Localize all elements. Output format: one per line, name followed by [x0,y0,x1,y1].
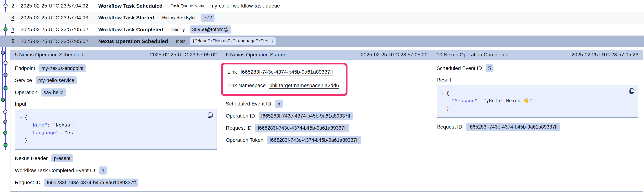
copy-icon[interactable] [207,112,214,119]
input-json-viewer: { "Name" : "Nexus", "Language" : "es" } [15,109,217,150]
endpoint-badge: my-nexus-endpoint [39,64,86,72]
timeline-dot [3,110,7,114]
chevron-down-icon[interactable] [440,91,446,95]
event-name: Nexus Operation Scheduled [98,38,168,44]
json-close-brace: } [24,137,28,145]
field-service: Service my-hello-service [15,76,217,85]
event-attr-label: History Size Bytes [162,15,196,20]
json-key: "Message" [452,97,478,105]
scheduled-event-id-badge: 5 [275,100,283,108]
timeline-dot [3,120,7,124]
event-id-link[interactable]: 5 [11,38,20,44]
request-id-badge: f665283f-743e-4374-b45b-9a61a89337ff [255,124,349,132]
field-label: Service [15,77,32,83]
event-timestamp: 2025-02-25 UTC 23:57:05.02 [20,26,98,32]
field-input: Input [15,101,217,107]
result-json-viewer: { "Message" : "¡Hola! Nexus 👋" } [436,85,638,118]
panel-header: 10 Nexus Operation Completed 2025-02-25 … [432,50,643,60]
field-label: Result [436,77,451,83]
event-row-5-selected[interactable]: 5 2025-02-25 UTC 23:57:05.02 Nexus Opera… [0,35,644,47]
operation-badge: say-hello [41,88,66,96]
event-timestamp: 2025-02-25 UTC 23:57:04.93 [20,15,98,21]
field-nexus-header: Nexus Header present [15,154,217,163]
event-id-link[interactable]: 4 [11,27,20,32]
json-value: : "¡Hola! Nexus 👋" [478,97,532,105]
workflow-history-view: 2 2025-02-25 UTC 23:57:04.92 Workflow Ta… [0,0,644,193]
field-request-id: Request ID f665283f-743e-4374-b45b-9a61a… [226,124,428,132]
panel-nexus-operation-scheduled: 5 Nexus Operation Scheduled 2025-02-25 U… [10,50,221,191]
event-timestamp: 2025-02-25 UTC 23:57:05.02 [20,38,98,44]
field-label: Operation [15,90,38,95]
event-attr-label: Input [176,39,186,44]
operation-id-badge: f665283f-743e-4374-b45b-9a61a89337ff [258,112,353,120]
panel-title: 6 Nexus Operation Started [226,52,286,58]
wtc-event-id-badge: 4 [99,167,107,175]
operation-token-badge: f665283f-743e-4374-b45b-9a61a89337ff [267,136,361,144]
panel-timestamp: 2025-02-25 UTC 23:57:05.20 [361,52,428,58]
timeline-dot [3,131,7,135]
event-row-3[interactable]: 3 2025-02-25 UTC 23:57:04.93 Workflow Ta… [0,12,644,24]
json-value: : "es" [59,129,76,137]
field-scheduled-event-id: Scheduled Event ID 5 [436,64,638,72]
panel-body: Scheduled Event ID 5 Result [432,60,643,135]
event-id-link[interactable]: 2 [11,3,20,9]
timeline-dot [4,61,8,65]
field-request-id: Request ID f665283f-743e-4374-b45b-9a61a… [15,178,217,187]
field-label: Endpoint [15,65,35,71]
field-label: Request ID [226,125,252,131]
panel-nexus-operation-completed: 10 Nexus Operation Completed 2025-02-25 … [432,50,643,191]
panel-header: 6 Nexus Operation Started 2025-02-25 UTC… [221,50,432,60]
panel-nexus-operation-started: 6 Nexus Operation Started 2025-02-25 UTC… [221,50,432,191]
timeline-dot [4,73,8,77]
field-label: Workflow Task Completed Event ID [15,168,95,174]
copy-icon[interactable] [628,88,635,95]
event-group-details: 5 Nexus Operation Scheduled 2025-02-25 U… [10,50,643,192]
request-id-badge: f665283f-743e-4374-b45b-9a61a89337ff [44,179,138,187]
field-label: Operation Token [226,137,263,143]
json-open-brace: { [446,90,449,97]
timeline-dot [4,143,8,147]
field-link: Link f665283f-743e-4374-b45b-9a61a89337f… [228,68,341,76]
field-result: Result [436,77,638,83]
event-timestamp: 2025-02-25 UTC 23:57:04.92 [20,3,98,9]
event-row-4[interactable]: 4 2025-02-25 UTC 23:57:05.02 Workflow Ta… [0,24,644,35]
field-request-id: Request ID f665283f-743e-4374-b45b-9a61a… [436,123,638,131]
json-open-brace: { [24,114,28,121]
event-name: Workflow Task Scheduled [98,3,163,9]
task-queue-link[interactable]: my-caller-workflow-task-queue [210,3,280,9]
field-endpoint: Endpoint my-nexus-endpoint [15,64,217,72]
field-label: Input [15,101,26,107]
panel-header: 5 Nexus Operation Scheduled 2025-02-25 U… [10,50,221,60]
nexus-link[interactable]: f665283f-743e-4374-b45b-9a61a89337ff [240,69,333,75]
panel-title: 10 Nexus Operation Completed [436,52,508,58]
event-row-2[interactable]: 2 2025-02-25 UTC 23:57:04.92 Workflow Ta… [0,0,644,12]
field-wtc-event-id: Workflow Task Completed Event ID 4 [15,166,217,175]
service-badge: my-hello-service [36,76,77,84]
field-label: Scheduled Event ID [226,101,271,107]
scheduled-event-id-badge: 5 [486,64,494,72]
event-attr-value-badge: 30960@totoro@ [190,25,231,33]
field-label: Link [228,69,237,75]
panel-title: 5 Nexus Operation Scheduled [15,52,84,58]
request-id-badge: f665283f-743e-4374-b45b-9a61a89337ff [466,123,560,131]
event-attr-value-badge: 772 [201,14,214,22]
link-namespace-link[interactable]: phil-target-namespace2.a2dd6 [269,83,339,88]
json-close-brace: } [446,105,449,113]
nexus-header-badge: present [51,154,73,163]
timeline-dot [4,86,8,90]
json-value: : "Nexus", [47,121,76,129]
panel-timestamp: 2025-02-25 UTC 23:57:05.02 [150,52,217,58]
timeline-branch-line [2,41,3,100]
event-id-link[interactable]: 3 [11,15,20,20]
field-operation: Operation say-hello [15,88,217,97]
annotation-highlight-box: Link f665283f-743e-4374-b45b-9a61a89337f… [221,63,348,96]
field-operation-id: Operation ID f665283f-743e-4374-b45b-9a6… [226,112,428,120]
chevron-down-icon[interactable] [19,116,24,120]
field-label: Scheduled Event ID [436,65,482,71]
field-link-namespace: Link Namespace phil-target-namespace2.a2… [228,81,341,90]
timeline-dot [1,98,5,102]
event-history-table: 2 2025-02-25 UTC 23:57:04.92 Workflow Ta… [0,0,644,47]
panel-body: Endpoint my-nexus-endpoint Service my-he… [10,60,221,191]
timeline-dot [1,51,5,55]
json-key: "Language" [30,129,59,137]
